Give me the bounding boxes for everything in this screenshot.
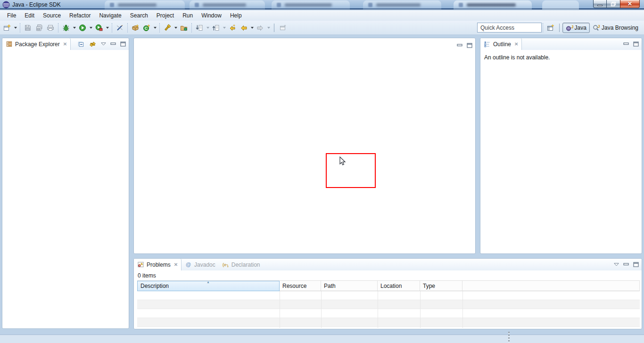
close-view-icon[interactable]: ✕ bbox=[513, 41, 518, 47]
package-explorer-content[interactable] bbox=[2, 50, 129, 328]
sort-ascending-icon: ▲ bbox=[206, 280, 210, 284]
open-task-button[interactable] bbox=[178, 22, 190, 33]
new-wizard-dropdown[interactable] bbox=[13, 22, 18, 33]
minimize-view-icon bbox=[623, 42, 629, 47]
menu-source[interactable]: Source bbox=[39, 10, 65, 21]
print-button[interactable] bbox=[45, 22, 56, 33]
restore-window-button[interactable] bbox=[607, 0, 620, 8]
last-edit-location-button[interactable] bbox=[227, 22, 238, 33]
table-row bbox=[137, 309, 640, 318]
minimize-view-button[interactable] bbox=[110, 42, 116, 47]
background-window-tab bbox=[542, 0, 579, 9]
run-icon bbox=[79, 24, 86, 32]
quick-access-input[interactable] bbox=[477, 23, 542, 33]
menu-search[interactable]: Search bbox=[126, 10, 152, 21]
menu-help[interactable]: Help bbox=[226, 10, 246, 21]
maximize-editor-button[interactable] bbox=[467, 43, 472, 48]
table-row bbox=[137, 318, 640, 327]
back-button[interactable] bbox=[238, 22, 249, 33]
eclipse-logo-icon bbox=[2, 1, 10, 10]
collapse-all-button[interactable] bbox=[77, 41, 84, 48]
view-menu-button[interactable] bbox=[101, 42, 106, 46]
editor-window-button[interactable] bbox=[277, 22, 289, 33]
external-tools-dropdown[interactable] bbox=[105, 22, 110, 33]
maximize-view-button[interactable] bbox=[633, 262, 639, 267]
column-header-location[interactable]: Location bbox=[378, 281, 420, 291]
new-wizard-button[interactable] bbox=[1, 22, 13, 33]
tab-declaration[interactable]: (e Declaration bbox=[219, 259, 264, 270]
next-annotation-dropdown[interactable] bbox=[205, 22, 210, 33]
previous-annotation-dropdown[interactable] bbox=[222, 22, 227, 33]
new-java-class-button[interactable]: C bbox=[141, 22, 152, 33]
menu-refactor[interactable]: Refactor bbox=[65, 10, 95, 21]
close-view-icon[interactable]: ✕ bbox=[173, 262, 178, 267]
editor-area-tools bbox=[457, 40, 472, 51]
open-perspective-icon bbox=[547, 24, 554, 32]
tab-outline[interactable]: Outline ✕ bbox=[480, 38, 522, 50]
view-menu-icon bbox=[101, 42, 106, 46]
minimize-editor-button[interactable] bbox=[457, 43, 462, 48]
background-window-tab bbox=[105, 0, 185, 9]
minimize-window-button[interactable] bbox=[593, 0, 607, 8]
maximize-view-button[interactable] bbox=[120, 41, 126, 47]
search-button[interactable] bbox=[162, 22, 173, 33]
slashed-pencil-button[interactable] bbox=[114, 22, 125, 33]
perspective-java-browsing-button[interactable]: J Java Browsing bbox=[590, 23, 641, 33]
menu-edit[interactable]: Edit bbox=[20, 10, 39, 21]
close-window-button[interactable]: ✕ bbox=[620, 0, 640, 8]
outline-view: Outline ✕ An outline is not available. bbox=[480, 38, 642, 254]
restore-icon bbox=[611, 1, 616, 7]
perspective-java-button[interactable]: J Java bbox=[562, 23, 590, 33]
minimize-view-button[interactable] bbox=[623, 262, 629, 267]
close-view-icon[interactable]: ✕ bbox=[62, 41, 67, 47]
outline-tabstrip: Outline ✕ bbox=[480, 38, 642, 50]
run-button[interactable] bbox=[77, 22, 88, 33]
menu-project[interactable]: Project bbox=[152, 10, 178, 21]
debug-dropdown[interactable] bbox=[72, 22, 77, 33]
save-icon bbox=[24, 24, 32, 32]
search-dropdown[interactable] bbox=[173, 22, 178, 33]
previous-annotation-button[interactable] bbox=[210, 22, 222, 33]
new-java-class-dropdown[interactable] bbox=[152, 22, 157, 33]
tab-problems[interactable]: Problems ✕ bbox=[134, 259, 182, 270]
menu-navigate[interactable]: Navigate bbox=[95, 10, 125, 21]
external-tools-button[interactable] bbox=[93, 22, 105, 33]
column-header-resource[interactable]: Resource bbox=[280, 281, 321, 291]
column-header-type[interactable]: Type bbox=[420, 281, 462, 291]
package-explorer-icon bbox=[6, 41, 13, 48]
save-button[interactable] bbox=[22, 22, 33, 33]
column-header-description[interactable]: ▲ Description bbox=[137, 281, 280, 291]
java-browsing-perspective-icon: J bbox=[593, 24, 600, 32]
save-all-button[interactable] bbox=[33, 22, 45, 33]
tab-package-explorer[interactable]: Package Explorer ✕ bbox=[2, 38, 71, 50]
link-with-editor-button[interactable] bbox=[89, 41, 97, 48]
open-perspective-button[interactable] bbox=[545, 22, 556, 33]
javadoc-icon: @ bbox=[185, 261, 192, 268]
back-dropdown[interactable] bbox=[249, 22, 255, 33]
tab-outline-label: Outline bbox=[493, 41, 511, 48]
debug-button[interactable] bbox=[60, 22, 72, 33]
next-annotation-button[interactable] bbox=[194, 22, 205, 33]
view-menu-button[interactable] bbox=[614, 263, 619, 266]
maximize-view-button[interactable] bbox=[633, 41, 639, 47]
package-explorer-tabstrip: Package Explorer ✕ bbox=[2, 38, 129, 50]
run-dropdown[interactable] bbox=[88, 22, 93, 33]
minimize-view-button[interactable] bbox=[623, 42, 629, 47]
menu-run[interactable]: Run bbox=[178, 10, 197, 21]
column-header-path[interactable]: Path bbox=[321, 281, 378, 291]
previous-annotation-icon bbox=[212, 24, 220, 32]
menu-file[interactable]: File bbox=[3, 10, 20, 21]
tab-javadoc[interactable]: @ Javadoc bbox=[182, 259, 219, 270]
minimize-icon bbox=[597, 5, 603, 6]
background-window-tab bbox=[454, 0, 532, 9]
slashed-pencil-icon bbox=[116, 24, 124, 32]
forward-dropdown[interactable] bbox=[266, 22, 271, 33]
status-bar-grip[interactable] bbox=[508, 332, 510, 343]
outline-icon bbox=[484, 41, 491, 48]
open-task-folder-icon bbox=[180, 24, 188, 32]
forward-button[interactable] bbox=[255, 22, 266, 33]
new-java-package-button[interactable] bbox=[130, 22, 141, 33]
menu-window[interactable]: Window bbox=[197, 10, 226, 21]
minimize-view-icon bbox=[623, 262, 629, 267]
background-window-tab bbox=[272, 0, 350, 9]
